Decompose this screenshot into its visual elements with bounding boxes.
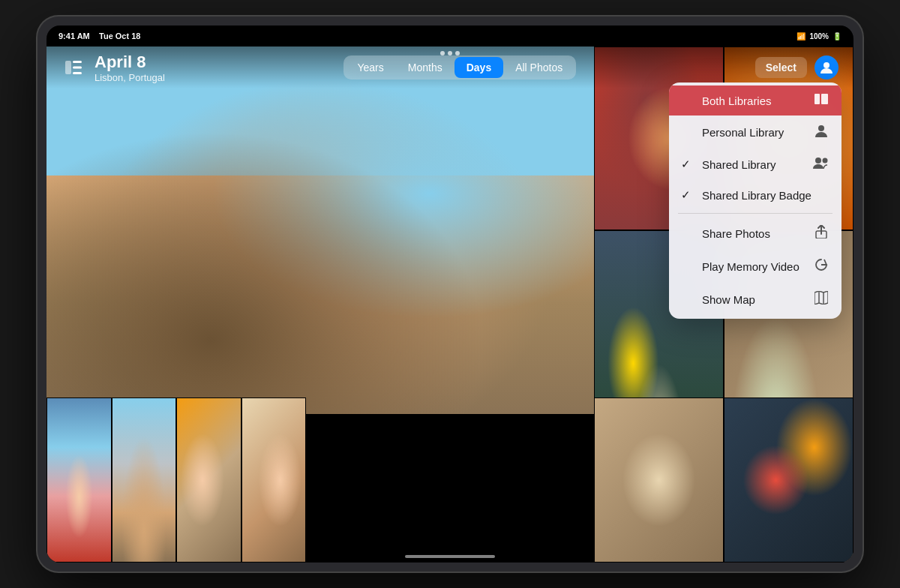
svg-rect-5	[814, 94, 820, 104]
thumbnail-2[interactable]	[112, 398, 177, 562]
dot-1	[440, 51, 445, 56]
thumbnail-1[interactable]	[46, 398, 112, 562]
tab-years[interactable]: Years	[345, 57, 395, 78]
menu-icon-map	[813, 291, 830, 308]
svg-rect-1	[73, 61, 82, 63]
svg-point-7	[818, 125, 824, 131]
menu-icon-share	[813, 225, 830, 242]
wifi-icon: 📶	[796, 32, 806, 40]
menu-label-show-map: Show Map	[702, 293, 755, 306]
menu-label-personal-library: Personal Library	[702, 126, 784, 139]
hero-photo[interactable]	[46, 46, 594, 414]
menu-item-personal-library[interactable]: Personal Library	[669, 116, 842, 148]
menu-item-play-memory[interactable]: Play Memory Video	[669, 250, 842, 283]
home-indicator	[405, 555, 495, 558]
menu-icon-memory	[813, 258, 830, 274]
svg-point-4	[824, 62, 830, 68]
ipad-screen: 9:41 AM Tue Oct 18 📶 100% 🔋	[46, 26, 854, 562]
date-text: Tue Oct 18	[99, 32, 140, 40]
svg-point-9	[823, 158, 828, 164]
bottom-thumbnails-left	[46, 398, 306, 562]
tab-all-photos[interactable]: All Photos	[503, 57, 574, 78]
menu-label-share-photos: Share Photos	[702, 227, 770, 240]
nav-right: Select	[755, 56, 838, 80]
svg-rect-2	[73, 67, 82, 69]
svg-point-8	[815, 158, 821, 164]
menu-label-play-memory: Play Memory Video	[702, 260, 800, 273]
svg-rect-3	[73, 72, 82, 74]
thumbnail-3[interactable]	[176, 398, 242, 562]
menu-item-shared-badge[interactable]: ✓ Shared Library Badge	[669, 180, 842, 210]
date-info: April 8 Lisbon, Portugal	[94, 52, 165, 83]
menu-item-show-map[interactable]: Show Map	[669, 283, 842, 316]
thumbnail-5[interactable]	[594, 398, 724, 562]
thumbnail-6[interactable]	[724, 398, 854, 562]
date-subtitle: Lisbon, Portugal	[94, 72, 165, 83]
battery-percent: 100%	[809, 32, 829, 40]
menu-label-shared-badge: Shared Library Badge	[702, 189, 812, 202]
thumbnail-4[interactable]	[242, 398, 307, 562]
sidebar-toggle-button[interactable]	[62, 56, 86, 80]
svg-rect-6	[821, 94, 828, 104]
dot-2	[448, 51, 452, 56]
menu-label-shared-library: Shared Library	[702, 158, 776, 171]
dot-3	[455, 51, 460, 56]
status-icons: 📶 100% 🔋	[796, 32, 842, 40]
menu-check-shared: ✓	[681, 158, 696, 171]
status-time: 9:41 AM Tue Oct 18	[58, 32, 140, 40]
time-text: 9:41 AM	[58, 32, 90, 40]
bottom-thumbnails-right	[594, 398, 854, 562]
tab-days[interactable]: Days	[454, 57, 503, 78]
svg-rect-0	[65, 61, 71, 74]
menu-item-both-libraries[interactable]: Both Libraries	[669, 86, 842, 116]
menu-item-share-photos[interactable]: Share Photos	[669, 217, 842, 250]
nav-segment-control: Years Months Days All Photos	[344, 56, 576, 80]
menu-icon-personal	[813, 124, 830, 140]
menu-section-actions: Share Photos Play Memory Video	[669, 214, 842, 319]
nav-left: April 8 Lisbon, Portugal	[62, 52, 165, 83]
menu-icon-shared	[813, 157, 830, 172]
avatar-button[interactable]	[814, 56, 838, 80]
status-bar: 9:41 AM Tue Oct 18 📶 100% 🔋	[46, 26, 854, 46]
battery-icon: 🔋	[832, 32, 842, 40]
menu-label-both-libraries: Both Libraries	[702, 94, 772, 107]
three-dots-indicator	[440, 51, 460, 56]
svg-marker-11	[814, 291, 828, 304]
menu-icon-both	[813, 94, 830, 107]
tab-months[interactable]: Months	[396, 57, 454, 78]
date-title: April 8	[94, 52, 165, 72]
menu-item-shared-library[interactable]: ✓ Shared Library	[669, 148, 842, 180]
dropdown-menu: Both Libraries Personal Library	[669, 82, 842, 319]
select-button[interactable]: Select	[755, 57, 807, 78]
menu-section-library: Both Libraries Personal Library	[669, 82, 842, 213]
menu-check-badge: ✓	[681, 188, 696, 202]
ipad-frame: 9:41 AM Tue Oct 18 📶 100% 🔋	[38, 16, 862, 572]
tab-control: Years Months Days All Photos	[344, 56, 576, 80]
